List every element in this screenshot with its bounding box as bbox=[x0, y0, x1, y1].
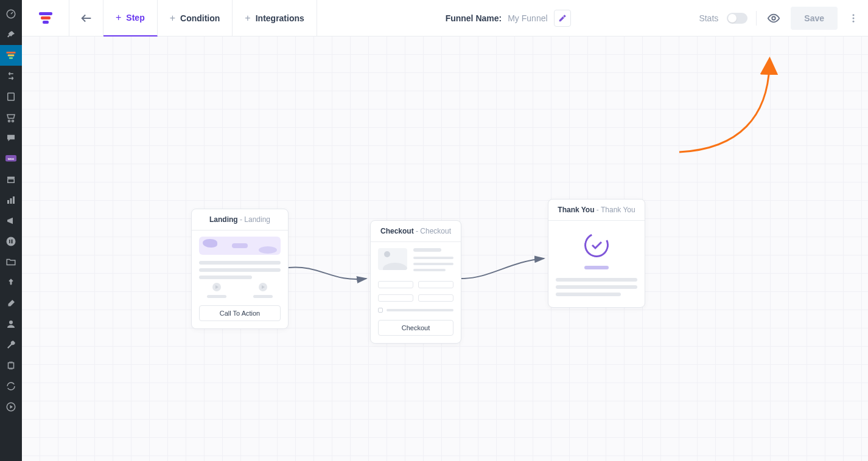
chat-icon bbox=[5, 133, 16, 144]
sidebar-item-elementor[interactable] bbox=[0, 231, 22, 252]
sidebar-item-cart[interactable] bbox=[0, 107, 22, 128]
step-card-thankyou[interactable]: Thank You - Thank You bbox=[548, 199, 645, 308]
card-title: Checkout - Checkout bbox=[371, 221, 461, 242]
sidebar-item-archive[interactable] bbox=[0, 169, 22, 190]
megaphone-icon bbox=[5, 215, 16, 226]
card-action-button[interactable]: Call To Action bbox=[199, 305, 281, 321]
step-card-landing[interactable]: Landing - Landing Call To Action bbox=[191, 209, 289, 329]
card-subtitle: - Landing bbox=[238, 215, 270, 224]
sidebar-item-users[interactable] bbox=[0, 314, 22, 334]
card-preview bbox=[371, 242, 461, 320]
card-action-button[interactable]: Checkout bbox=[378, 320, 453, 336]
check-icon bbox=[589, 238, 604, 252]
card-title-text: Thank You bbox=[558, 206, 594, 214]
funnel-name-label: Funnel Name: bbox=[446, 13, 502, 23]
card-subtitle: - Thank You bbox=[595, 206, 635, 214]
card-title: Landing - Landing bbox=[192, 209, 288, 230]
sidebar-item-pages[interactable] bbox=[0, 86, 22, 107]
funnel-icon bbox=[5, 50, 16, 61]
svg-rect-8 bbox=[8, 179, 15, 182]
svg-rect-7 bbox=[7, 177, 15, 179]
tab-integrations-label: Integrations bbox=[256, 13, 304, 23]
sidebar-item-power[interactable] bbox=[0, 355, 22, 376]
sidebar-item-pin[interactable] bbox=[0, 24, 22, 45]
tab-step-label: Step bbox=[126, 13, 144, 23]
tab-condition-label: Condition bbox=[180, 13, 220, 23]
tab-condition[interactable]: +Condition bbox=[158, 0, 233, 36]
play-icon bbox=[5, 401, 16, 412]
edit-name-button[interactable] bbox=[554, 10, 571, 27]
woo-icon: woo bbox=[5, 153, 16, 164]
sidebar-item-templates[interactable] bbox=[0, 66, 22, 86]
card-title-text: Checkout bbox=[380, 227, 414, 235]
svg-rect-14 bbox=[11, 240, 13, 241]
svg-rect-18 bbox=[9, 363, 14, 369]
book-icon bbox=[5, 91, 16, 102]
stats-toggle[interactable] bbox=[727, 13, 747, 24]
sidebar-item-chat[interactable] bbox=[0, 128, 22, 148]
plus-icon: + bbox=[245, 13, 250, 24]
svg-point-24 bbox=[853, 14, 855, 16]
svg-rect-4 bbox=[8, 93, 15, 100]
svg-rect-10 bbox=[10, 198, 12, 204]
funnel-canvas[interactable]: Landing - Landing Call To Action Checkou… bbox=[22, 36, 868, 461]
wp-admin-sidebar: woo bbox=[0, 0, 22, 461]
preview-button[interactable] bbox=[765, 10, 782, 27]
sidebar-item-play[interactable] bbox=[0, 397, 22, 417]
main-area: +Step +Condition +Integrations Funnel Na… bbox=[22, 0, 868, 461]
user-icon bbox=[5, 319, 16, 330]
divider bbox=[756, 11, 757, 26]
svg-point-17 bbox=[9, 321, 13, 324]
svg-rect-16 bbox=[11, 243, 13, 244]
sidebar-item-brush[interactable] bbox=[0, 293, 22, 314]
save-button[interactable]: Save bbox=[791, 7, 838, 30]
sidebar-item-analytics[interactable] bbox=[0, 190, 22, 210]
plus-icon: + bbox=[170, 13, 175, 24]
brush-icon bbox=[5, 298, 16, 309]
back-button[interactable] bbox=[69, 0, 103, 36]
gauge-icon bbox=[5, 9, 16, 19]
tab-step[interactable]: +Step bbox=[103, 0, 158, 36]
card-title-text: Landing bbox=[209, 215, 238, 224]
svg-point-25 bbox=[853, 17, 855, 19]
folder-icon bbox=[5, 257, 16, 268]
funnel-name-zone: Funnel Name: My Funnel bbox=[317, 10, 699, 27]
tab-integrations[interactable]: +Integrations bbox=[233, 0, 317, 36]
sidebar-item-woo[interactable]: woo bbox=[0, 148, 22, 169]
svg-rect-3 bbox=[9, 57, 13, 59]
svg-rect-15 bbox=[11, 241, 13, 242]
sidebar-item-marketing[interactable] bbox=[0, 210, 22, 231]
svg-point-23 bbox=[772, 16, 776, 20]
sidebar-item-files[interactable] bbox=[0, 252, 22, 272]
card-subtitle: - Checkout bbox=[414, 227, 451, 235]
app-logo[interactable] bbox=[22, 0, 69, 36]
sidebar-item-tools[interactable] bbox=[0, 272, 22, 293]
more-button[interactable] bbox=[846, 11, 861, 26]
topbar-right: Stats Save bbox=[699, 7, 868, 30]
svg-rect-13 bbox=[9, 240, 10, 243]
svg-rect-21 bbox=[41, 16, 51, 19]
toolbar-tabs: +Step +Condition +Integrations bbox=[103, 0, 317, 36]
card-preview bbox=[548, 221, 645, 307]
sidebar-item-refresh[interactable] bbox=[0, 376, 22, 397]
cart-icon bbox=[5, 112, 16, 123]
sidebar-item-dashboard[interactable] bbox=[0, 4, 22, 24]
more-vertical-icon bbox=[848, 13, 859, 24]
step-card-checkout[interactable]: Checkout - Checkout Checkout bbox=[370, 220, 461, 344]
svg-rect-22 bbox=[43, 21, 49, 24]
elementor-icon bbox=[5, 236, 16, 247]
arrow-left-icon bbox=[80, 12, 93, 25]
refresh-icon bbox=[5, 381, 16, 392]
card-title: Thank You - Thank You bbox=[548, 199, 645, 221]
svg-rect-9 bbox=[7, 200, 9, 204]
sidebar-item-settings[interactable] bbox=[0, 334, 22, 355]
sidebar-item-funnel[interactable] bbox=[0, 45, 22, 66]
funnel-name-value: My Funnel bbox=[508, 13, 547, 23]
svg-rect-11 bbox=[13, 196, 15, 204]
svg-rect-2 bbox=[8, 55, 15, 57]
svg-text:woo: woo bbox=[7, 157, 15, 161]
wrench-icon bbox=[5, 339, 16, 350]
pin-icon bbox=[5, 29, 16, 40]
eye-icon bbox=[767, 12, 780, 25]
plugin-icon bbox=[5, 360, 16, 371]
